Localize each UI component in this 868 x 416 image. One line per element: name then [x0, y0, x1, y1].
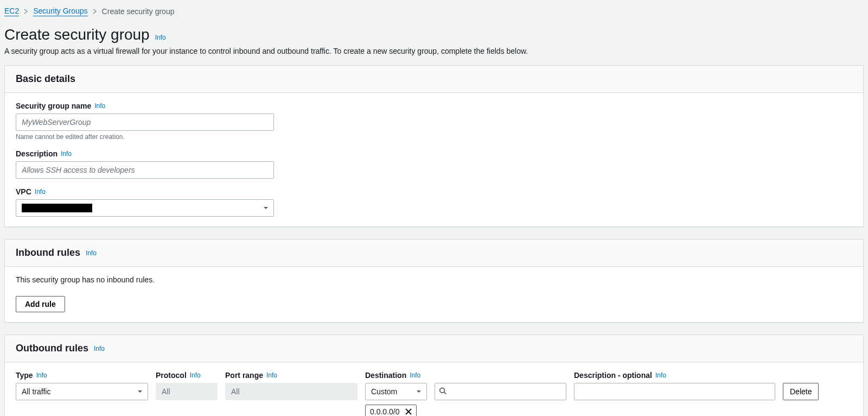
outbound-rule-row: Type Info All traffic Protocol Info	[16, 371, 852, 416]
destination-tag: 0.0.0.0/0	[365, 405, 417, 416]
page-title-info-link[interactable]: Info	[155, 34, 166, 41]
outbound-rules-info-link[interactable]: Info	[94, 345, 105, 352]
rule-description-label: Description - optional	[574, 371, 652, 380]
page-title-text: Create security group	[4, 26, 150, 43]
chevron-right-icon	[92, 9, 98, 14]
destination-label: Destination	[365, 371, 406, 380]
vpc-field: VPC Info	[16, 187, 852, 217]
basic-details-panel: Basic details Security group name Info N…	[4, 65, 864, 227]
security-group-name-field: Security group name Info Name cannot be …	[16, 102, 852, 141]
description-label: Description	[16, 149, 58, 158]
page-description: A security group acts as a virtual firew…	[4, 47, 864, 55]
vpc-selected-value	[22, 204, 92, 212]
rule-description-info-link[interactable]: Info	[655, 371, 666, 379]
breadcrumb-ec2[interactable]: EC2	[4, 7, 19, 16]
outbound-rules-panel: Outbound rules Info Type Info All traffi…	[4, 335, 864, 416]
breadcrumb-security-groups[interactable]: Security Groups	[33, 7, 87, 16]
destination-info-link[interactable]: Info	[410, 371, 420, 379]
inbound-rules-title: Inbound rules	[16, 247, 80, 259]
breadcrumb-current: Create security group	[102, 7, 175, 16]
description-input[interactable]	[16, 161, 274, 179]
search-icon	[439, 387, 446, 396]
vpc-info-link[interactable]: Info	[35, 188, 46, 196]
rule-description-input[interactable]	[574, 383, 775, 400]
outbound-rules-header: Outbound rules Info	[5, 335, 863, 362]
breadcrumb: EC2 Security Groups Create security grou…	[4, 4, 864, 22]
basic-details-header: Basic details	[5, 66, 863, 93]
basic-details-title: Basic details	[16, 73, 75, 85]
port-range-label: Port range	[225, 371, 263, 380]
type-selected-value: All traffic	[22, 387, 50, 396]
chevron-right-icon	[23, 9, 29, 14]
inbound-empty-message: This security group has no inbound rules…	[16, 275, 852, 284]
security-group-name-label: Security group name	[16, 102, 91, 110]
inbound-add-rule-button[interactable]: Add rule	[16, 296, 65, 312]
description-info-link[interactable]: Info	[61, 150, 72, 157]
destination-mode-value: Custom	[371, 387, 397, 396]
vpc-select[interactable]	[16, 199, 274, 217]
security-group-name-hint: Name cannot be edited after creation.	[16, 133, 852, 141]
security-group-name-input[interactable]	[16, 114, 274, 131]
inbound-rules-panel: Inbound rules Info This security group h…	[4, 239, 864, 323]
close-icon[interactable]	[405, 408, 412, 415]
protocol-input	[156, 383, 218, 400]
protocol-label: Protocol	[156, 371, 187, 380]
inbound-rules-header: Inbound rules Info	[5, 239, 863, 267]
type-select[interactable]: All traffic	[16, 383, 148, 400]
protocol-info-link[interactable]: Info	[190, 371, 201, 379]
port-range-info-link[interactable]: Info	[266, 371, 277, 379]
type-label: Type	[16, 371, 33, 380]
security-group-name-info-link[interactable]: Info	[94, 102, 105, 110]
destination-mode-select[interactable]: Custom	[365, 383, 427, 400]
destination-tag-label: 0.0.0.0/0	[370, 407, 400, 416]
delete-rule-button[interactable]: Delete	[783, 383, 819, 400]
destination-search-input[interactable]	[435, 383, 566, 400]
type-info-link[interactable]: Info	[36, 371, 47, 379]
page-title: Create security group Info	[4, 26, 864, 43]
outbound-rules-title: Outbound rules	[16, 343, 88, 354]
port-range-input	[225, 383, 358, 400]
inbound-rules-info-link[interactable]: Info	[86, 249, 97, 257]
description-field: Description Info	[16, 149, 852, 179]
svg-point-0	[440, 388, 445, 393]
vpc-label: VPC	[16, 187, 31, 196]
svg-line-1	[444, 392, 446, 394]
